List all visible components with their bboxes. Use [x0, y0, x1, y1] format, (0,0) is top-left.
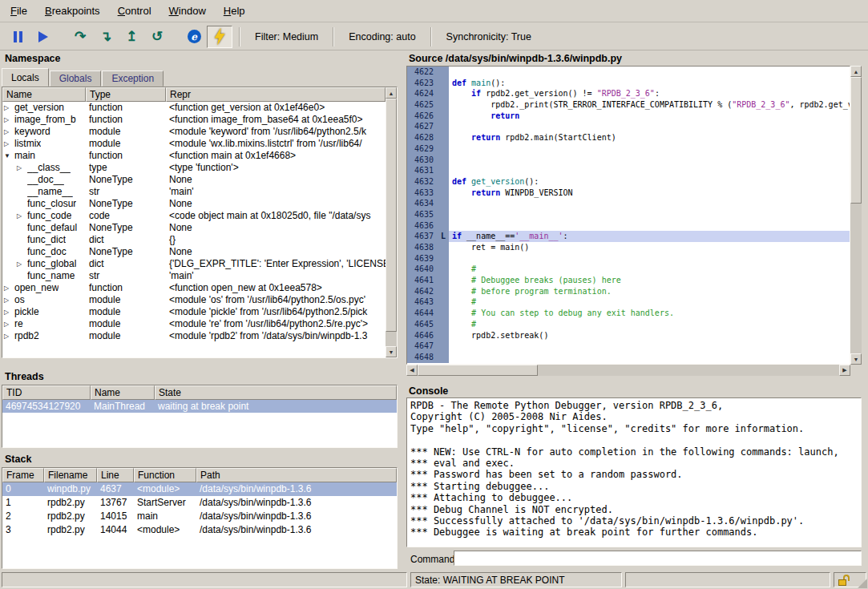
source-line[interactable]: 4648: [407, 352, 850, 363]
source-line[interactable]: 4626 return: [407, 111, 850, 122]
source-line[interactable]: 4642 # before program termination.: [407, 286, 850, 297]
tree-expander-icon[interactable]: ▷: [17, 162, 27, 174]
column-header-name[interactable]: Name: [91, 385, 155, 400]
line-number[interactable]: 4646: [407, 330, 438, 341]
tree-expander-icon[interactable]: ▷: [4, 138, 14, 150]
step-out-button[interactable]: ↥: [119, 26, 144, 48]
line-number[interactable]: 4636: [407, 220, 438, 232]
tree-expander-icon[interactable]: ▷: [4, 102, 14, 114]
source-line[interactable]: 4628 return rpdb2.main(StartClient): [407, 132, 850, 143]
tree-row[interactable]: func_dictdict{}: [2, 234, 386, 246]
tree-expander-icon[interactable]: ▼: [4, 150, 14, 162]
thread-row[interactable]: 46974534127920MainThreadwaiting at break…: [2, 400, 397, 413]
line-number[interactable]: 4638: [407, 242, 438, 253]
source-line[interactable]: 4622: [407, 67, 850, 78]
scroll-right-button[interactable]: ▶: [839, 365, 850, 376]
column-header-name[interactable]: Name: [2, 87, 86, 102]
stack-row[interactable]: 3rpdb2.py14044<module>/data/sys/bin/winp…: [2, 523, 397, 537]
column-header-state[interactable]: State: [155, 385, 397, 400]
line-number[interactable]: 4642: [407, 286, 438, 297]
source-line[interactable]: 4632def get_version():: [407, 176, 850, 188]
tree-row[interactable]: ▷func_globaldict{'DLG_EXPR_TITLE': 'Ente…: [2, 258, 386, 270]
line-number[interactable]: 4633: [407, 188, 438, 199]
source-line[interactable]: 4643 #: [407, 297, 850, 308]
column-header-repr[interactable]: Repr: [166, 87, 386, 102]
tree-expander-icon[interactable]: ▷: [17, 258, 27, 270]
stack-row[interactable]: 0winpdb.py4637<module>/data/sys/bin/winp…: [2, 482, 397, 496]
tree-row[interactable]: ▼mainfunction<function main at 0x1ef4668…: [2, 150, 386, 162]
source-line[interactable]: 4634: [407, 198, 850, 209]
line-number[interactable]: 4634: [407, 198, 438, 209]
line-number[interactable]: 4643: [407, 297, 438, 308]
tree-expander-icon[interactable]: ▷: [4, 282, 14, 294]
scroll-left-button[interactable]: ◀: [406, 365, 418, 376]
scroll-down-button[interactable]: ▼: [850, 353, 862, 365]
go-button[interactable]: [30, 26, 56, 48]
line-number[interactable]: 4640: [407, 264, 438, 275]
line-number[interactable]: 4629: [407, 143, 438, 155]
line-number[interactable]: 4645: [407, 319, 438, 330]
tree-expander-icon[interactable]: ▷: [4, 306, 14, 318]
tree-expander-icon[interactable]: ▷: [4, 330, 14, 342]
source-line[interactable]: 4630: [407, 155, 850, 166]
source-line[interactable]: 4640 #: [407, 264, 850, 275]
line-number[interactable]: 4631: [407, 165, 438, 176]
namespace-vertical-scrollbar[interactable]: ▲ ▼: [386, 87, 397, 357]
tree-row[interactable]: ▷get_versionfunction<function get_versio…: [2, 102, 386, 114]
resize-grip[interactable]: [858, 579, 867, 588]
tree-row[interactable]: ▷keywordmodule<module 'keyword' from '/u…: [2, 126, 386, 138]
scroll-down-button[interactable]: ▼: [386, 346, 397, 357]
source-line[interactable]: 4645 #: [407, 319, 850, 330]
line-number[interactable]: 4635: [407, 209, 438, 220]
source-line[interactable]: 4636: [407, 220, 850, 232]
tree-row[interactable]: func_closurNoneTypeNone: [2, 198, 386, 210]
line-number[interactable]: 4628: [407, 132, 438, 143]
column-header-path[interactable]: Path: [196, 468, 397, 482]
source-line[interactable]: 4644 # You can step to debug any exit ha…: [407, 308, 850, 319]
source-line[interactable]: 4638 ret = main(): [407, 242, 850, 253]
break-button[interactable]: [5, 26, 30, 48]
scrollbar-thumb[interactable]: [418, 365, 538, 376]
line-number[interactable]: 4637: [407, 231, 438, 242]
step-into-button[interactable]: ↴: [93, 26, 119, 48]
scrollbar-thumb[interactable]: [850, 77, 862, 204]
scroll-up-button[interactable]: ▲: [386, 87, 397, 99]
source-line[interactable]: 4635: [407, 209, 850, 220]
source-line[interactable]: 4639: [407, 253, 850, 264]
source-line[interactable]: 4631: [407, 165, 850, 176]
column-header-tid[interactable]: TID: [2, 385, 91, 400]
tree-row[interactable]: ▷remodule<module 're' from '/usr/lib64/p…: [2, 318, 386, 330]
line-number[interactable]: 4644: [407, 308, 438, 319]
source-line[interactable]: 4625 rpdb2._print(STR_ERROR_INTERFACE_CO…: [407, 99, 850, 111]
source-line[interactable]: 4641 # Debuggee breaks (pauses) here: [407, 275, 850, 286]
source-line[interactable]: 4623def main():: [407, 78, 850, 89]
line-number[interactable]: 4626: [407, 111, 438, 122]
stack-row[interactable]: 2rpdb2.py14015main/data/sys/bin/winpdb-1…: [2, 510, 397, 523]
line-number[interactable]: 4647: [407, 341, 438, 352]
source-vertical-scrollbar[interactable]: ▲ ▼: [850, 66, 862, 365]
scrollbar-thumb[interactable]: [386, 99, 397, 332]
menu-item-help[interactable]: Help: [215, 0, 254, 22]
menu-item-breakpoints[interactable]: Breakpoints: [36, 0, 109, 22]
command-input[interactable]: [454, 551, 862, 566]
source-line[interactable]: 4647: [407, 341, 850, 352]
stack-row[interactable]: 1rpdb2.py13767StartServer/data/sys/bin/w…: [2, 496, 397, 510]
tree-row[interactable]: __doc__NoneTypeNone: [2, 174, 386, 186]
tree-row[interactable]: func_namestr'main': [2, 270, 386, 282]
tree-expander-icon[interactable]: ▷: [4, 114, 14, 126]
tree-row[interactable]: ▷picklemodule<module 'pickle' from '/usr…: [2, 306, 386, 318]
line-number[interactable]: 4648: [407, 352, 438, 363]
line-number[interactable]: 4641: [407, 275, 438, 286]
tree-row[interactable]: ▷func_codecode<code object main at 0x180…: [2, 210, 386, 222]
tree-row[interactable]: ▷__class__type<type 'function'>: [2, 162, 386, 174]
step-over-button[interactable]: ↷: [67, 26, 93, 48]
tree-row[interactable]: ▷listmixmodule<module 'wx.lib.mixins.lis…: [2, 138, 386, 150]
line-number[interactable]: 4639: [407, 253, 438, 264]
source-horizontal-scrollbar[interactable]: ◀ ▶: [406, 365, 850, 376]
tree-expander-icon[interactable]: ▷: [4, 294, 14, 306]
encoding-button[interactable]: e: [181, 26, 207, 48]
column-header-frame[interactable]: Frame: [2, 468, 44, 482]
line-number[interactable]: 4624: [407, 88, 438, 99]
line-number[interactable]: 4623: [407, 78, 438, 89]
tree-row[interactable]: ▷open_newfunction<function open_new at 0…: [2, 282, 386, 294]
